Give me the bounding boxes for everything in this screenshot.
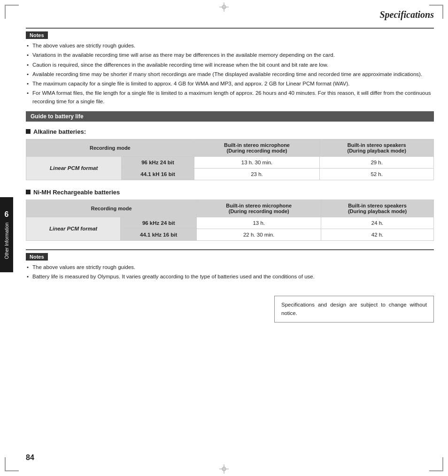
- nimh-format-label: Linear PCM format: [26, 217, 121, 240]
- alkaline-col3-header: Built-in stereo speakers(During playback…: [320, 139, 434, 156]
- alkaline-mic-2: 23 h.: [194, 168, 320, 180]
- nimh-speaker-2: 42 h.: [321, 229, 434, 240]
- list-item: Battery life is measured by Olympus. It …: [26, 273, 434, 281]
- side-tab-text: Other Information: [4, 223, 9, 259]
- square-bullet-icon-2: [26, 190, 31, 194]
- divider-top: [26, 28, 434, 29]
- nimh-speaker-1: 24 h.: [321, 217, 434, 229]
- corner-mark-tl: [5, 5, 19, 19]
- nimh-heading-text: Ni-MH Rechargeable batteries: [33, 189, 120, 196]
- alkaline-speaker-1: 29 h.: [320, 156, 434, 168]
- disclaimer-text: Specifications and design are subject to…: [281, 302, 427, 315]
- corner-mark-tr: [429, 5, 443, 19]
- disclaimer-box: Specifications and design are subject to…: [274, 296, 434, 322]
- alkaline-col2-header: Built-in stereo microphone(During record…: [194, 139, 320, 156]
- notes-top-label: Notes: [26, 31, 48, 39]
- list-item: Caution is required, since the differenc…: [26, 61, 434, 69]
- nimh-heading: Ni-MH Rechargeable batteries: [26, 189, 434, 196]
- list-item: The maximum capacity for a single file i…: [26, 80, 434, 88]
- side-tab: 6 Other Information: [0, 197, 13, 272]
- nimh-mic-2: 22 h. 30 min.: [197, 229, 321, 240]
- notes-bottom-list: The above values are strictly rough guid…: [26, 263, 434, 281]
- nimh-bitrate-1: 96 kHz 24 bit: [121, 217, 197, 229]
- list-item: The above values are strictly rough guid…: [26, 42, 434, 50]
- nimh-table: Recording mode Built-in stereo microphon…: [26, 200, 434, 241]
- square-bullet-icon: [26, 129, 31, 134]
- corner-mark-br: [429, 457, 443, 471]
- crosshair-bottom: [219, 464, 229, 474]
- notes-bottom-label: Notes: [26, 253, 48, 261]
- crosshair-top: [219, 2, 229, 12]
- list-item: Available recording time may be shorter …: [26, 70, 434, 78]
- divider-mid: [26, 249, 434, 250]
- alkaline-col1-header: Recording mode: [26, 139, 194, 156]
- alkaline-mic-1: 13 h. 30 min.: [194, 156, 320, 168]
- nimh-col2-header: Built-in stereo microphone(During record…: [197, 200, 321, 217]
- nimh-col1-header: Recording mode: [26, 200, 197, 217]
- list-item: For WMA format files, the file length fo…: [26, 89, 434, 106]
- nimh-col3-header: Built-in stereo speakers(During playback…: [321, 200, 434, 217]
- main-content: Specifications Notes The above values ar…: [26, 9, 434, 341]
- page-number: 84: [26, 453, 34, 462]
- nimh-bitrate-2: 44.1 kHz 16 bit: [121, 229, 197, 240]
- page-title: Specifications: [26, 9, 434, 20]
- corner-mark-bl: [5, 457, 19, 471]
- alkaline-bitrate-2: 44.1 kH 16 bit: [122, 168, 194, 180]
- notes-top-section: Notes The above values are strictly roug…: [26, 31, 434, 106]
- alkaline-format-label: Linear PCM format: [26, 156, 122, 180]
- notes-top-list: The above values are strictly rough guid…: [26, 42, 434, 106]
- nimh-mic-1: 13 h.: [197, 217, 321, 229]
- alkaline-heading-text: Alkaline batteries:: [33, 128, 86, 135]
- alkaline-heading: Alkaline batteries:: [26, 128, 434, 135]
- alkaline-speaker-2: 52 h.: [320, 168, 434, 180]
- list-item: The above values are strictly rough guid…: [26, 263, 434, 271]
- alkaline-bitrate-1: 96 kHz 24 bit: [122, 156, 194, 168]
- list-item: Variations in the available recording ti…: [26, 51, 434, 59]
- section-bar: Guide to battery life: [26, 111, 434, 122]
- side-tab-number: 6: [5, 210, 9, 219]
- alkaline-table: Recording mode Built-in stereo microphon…: [26, 139, 434, 180]
- notes-bottom-section: Notes The above values are strictly roug…: [26, 253, 434, 281]
